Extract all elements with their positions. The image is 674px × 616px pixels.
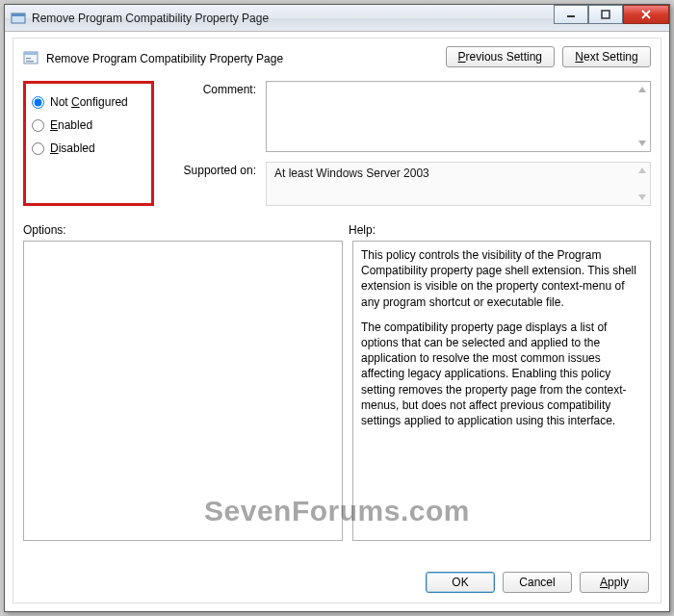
options-panel — [23, 241, 343, 541]
comment-textarea[interactable] — [266, 81, 651, 152]
policy-icon — [23, 50, 40, 67]
svg-marker-12 — [638, 167, 646, 173]
app-icon — [11, 11, 26, 26]
radio-not-configured-input[interactable] — [32, 96, 44, 109]
help-label: Help: — [349, 223, 376, 237]
window-title: Remove Program Compatibility Property Pa… — [32, 12, 554, 25]
next-setting-button[interactable]: Next Setting — [562, 46, 651, 67]
policy-title: Remove Program Compatibility Property Pa… — [46, 52, 283, 65]
header-left: Remove Program Compatibility Property Pa… — [23, 46, 446, 67]
content: Remove Program Compatibility Property Pa… — [13, 38, 661, 603]
scroll-down-icon[interactable] — [635, 190, 650, 205]
supported-label: Supported on: — [164, 162, 256, 206]
ok-button[interactable]: OK — [426, 572, 495, 593]
radio-enabled[interactable]: Enabled — [32, 118, 145, 132]
options-label: Options: — [23, 223, 349, 237]
window: Remove Program Compatibility Property Pa… — [4, 4, 670, 612]
maximize-button[interactable] — [588, 5, 623, 24]
header-row: Remove Program Compatibility Property Pa… — [23, 46, 651, 67]
svg-rect-8 — [26, 58, 31, 59]
svg-rect-1 — [12, 13, 25, 16]
radio-disabled[interactable]: Disabled — [32, 141, 145, 155]
comment-label: Comment: — [164, 81, 256, 152]
supported-value: At least Windows Server 2003 — [274, 167, 429, 180]
svg-marker-13 — [638, 194, 646, 200]
state-radio-group: Not Configured Enabled Disabled — [23, 81, 154, 206]
close-button[interactable] — [623, 5, 669, 24]
upper-section: Not Configured Enabled Disabled Comment: — [23, 81, 651, 206]
svg-marker-10 — [638, 87, 646, 92]
lower-labels: Options: Help: — [23, 223, 651, 237]
titlebar: Remove Program Compatibility Property Pa… — [5, 5, 669, 32]
supported-value-box: At least Windows Server 2003 — [266, 162, 651, 206]
help-paragraph-1: This policy controls the visibility of t… — [361, 247, 642, 310]
svg-rect-2 — [567, 15, 575, 17]
nav-buttons: Previous Setting Next Setting — [446, 46, 651, 67]
supported-scroll — [635, 163, 650, 205]
radio-enabled-input[interactable] — [32, 119, 44, 132]
cancel-button[interactable]: Cancel — [503, 572, 572, 593]
comment-row: Comment: — [164, 81, 651, 152]
radio-not-configured-label: Not Configured — [50, 95, 128, 109]
minimize-button[interactable] — [554, 5, 588, 24]
radio-disabled-input[interactable] — [32, 142, 44, 155]
scroll-up-icon[interactable] — [635, 82, 650, 97]
help-paragraph-2: The compatibility property page displays… — [361, 320, 642, 428]
previous-setting-button[interactable]: Previous Setting — [446, 46, 555, 67]
radio-not-configured[interactable]: Not Configured — [32, 95, 145, 109]
supported-row: Supported on: At least Windows Server 20… — [164, 162, 651, 206]
radio-enabled-label: Enabled — [50, 118, 92, 132]
scroll-down-icon[interactable] — [635, 136, 650, 151]
svg-rect-9 — [26, 61, 34, 62]
scroll-up-icon[interactable] — [635, 163, 650, 178]
svg-rect-3 — [602, 11, 609, 18]
radio-disabled-label: Disabled — [50, 141, 95, 155]
window-controls — [554, 5, 669, 31]
dialog-buttons: OK Cancel Apply — [426, 572, 649, 593]
help-panel: This policy controls the visibility of t… — [352, 241, 651, 541]
comment-scroll — [635, 82, 650, 151]
lower-section: This policy controls the visibility of t… — [23, 241, 651, 541]
apply-button[interactable]: Apply — [580, 572, 649, 593]
fields: Comment: Supported on: At least Windows … — [164, 81, 651, 206]
svg-marker-11 — [638, 141, 646, 146]
svg-rect-7 — [24, 52, 38, 55]
